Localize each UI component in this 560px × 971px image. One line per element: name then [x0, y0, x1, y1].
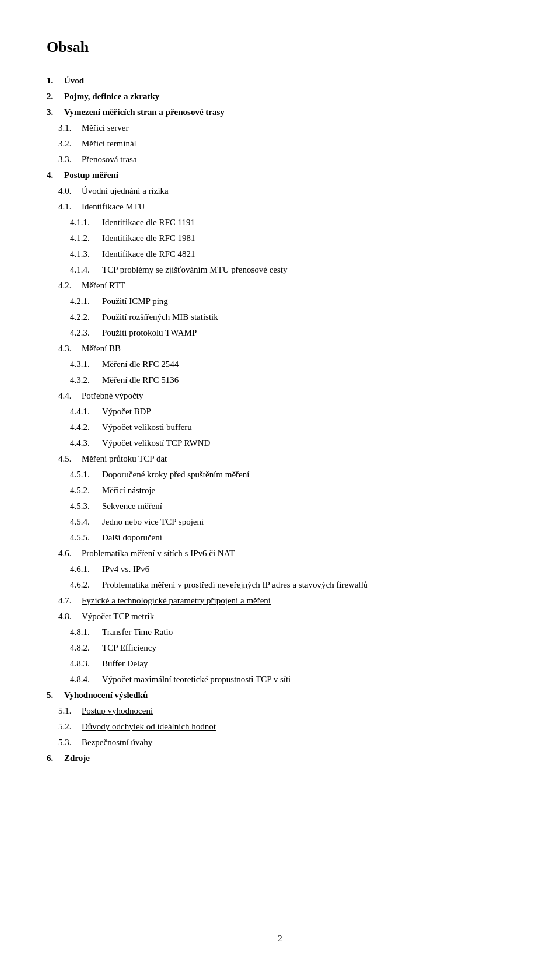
toc-number: 4.5.4.: [47, 515, 102, 529]
toc-number: 4.4.1.: [47, 404, 102, 418]
list-item: 4.5.3.Sekvence měření: [47, 499, 513, 513]
list-item: 4.5.1.Doporučené kroky před spuštěním mě…: [47, 467, 513, 481]
toc-text: Použití ICMP ping: [102, 294, 168, 308]
toc-number: 4.: [47, 168, 64, 182]
toc-text: Měřicí terminál: [82, 137, 136, 151]
toc-number: 4.8.1.: [47, 625, 102, 639]
toc-text: Problematika měření v sítích s IPv6 či N…: [82, 546, 235, 560]
toc-number: 5.2.: [47, 719, 82, 734]
list-item: 4.6.Problematika měření v sítích s IPv6 …: [47, 546, 513, 560]
toc-text: Identifikace dle RFC 1981: [102, 231, 195, 245]
toc-number: 1.: [47, 74, 64, 88]
list-item: 4.1.3.Identifikace dle RFC 4821: [47, 247, 513, 261]
toc-number: 4.2.2.: [47, 310, 102, 324]
toc-text: Doporučené kroky před spuštěním měření: [102, 467, 249, 481]
toc-number: 4.1.3.: [47, 247, 102, 261]
list-item: 4.5.2.Měřicí nástroje: [47, 483, 513, 497]
toc-number: 3.3.: [47, 152, 82, 166]
list-item: 4.1.Identifikace MTU: [47, 200, 513, 214]
toc-text: Úvod: [64, 74, 84, 88]
list-item: 4.5.4.Jedno nebo více TCP spojení: [47, 515, 513, 529]
list-item: 4.Postup měření: [47, 168, 513, 182]
toc-text: Přenosová trasa: [82, 152, 137, 166]
toc-number: 4.3.2.: [47, 373, 102, 387]
toc-text: Výpočet maximální teoretické propustnost…: [102, 672, 290, 686]
list-item: 5.1.Postup vyhodnocení: [47, 704, 513, 718]
toc-text: Měření dle RFC 2544: [102, 357, 178, 371]
list-item: 4.3.Měření BB: [47, 341, 513, 355]
toc-text: Sekvence měření: [102, 499, 162, 513]
toc-text: Použití protokolu TWAMP: [102, 326, 197, 340]
toc-text: TCP Efficiency: [102, 641, 156, 655]
toc-text: Pojmy, definice a zkratky: [64, 89, 159, 103]
list-item: 4.2.1.Použití ICMP ping: [47, 294, 513, 308]
toc-text: Potřebné výpočty: [82, 389, 143, 403]
list-item: 4.1.2.Identifikace dle RFC 1981: [47, 231, 513, 245]
list-item: 4.8.1.Transfer Time Ratio: [47, 625, 513, 639]
toc-number: 4.5.: [47, 452, 82, 466]
list-item: 4.6.2.Problematika měření v prostředí ne…: [47, 578, 513, 592]
toc-number: 4.8.2.: [47, 641, 102, 655]
list-item: 5.Vyhodnocení výsledků: [47, 688, 513, 702]
toc-text: Vyhodnocení výsledků: [64, 688, 148, 702]
toc-text: Problematika měření v prostředí neveřejn…: [102, 578, 368, 592]
toc-text: Další doporučení: [102, 530, 162, 544]
toc-number: 3.1.: [47, 121, 82, 135]
list-item: 1.Úvod: [47, 74, 513, 88]
list-item: 6.Zdroje: [47, 751, 513, 765]
toc-number: 5.: [47, 688, 64, 702]
list-item: 4.0.Úvodní ujednání a rizika: [47, 184, 513, 198]
list-item: 4.2.Měření RTT: [47, 278, 513, 292]
toc-list: 1.Úvod2.Pojmy, definice a zkratky3.Vymez…: [47, 74, 513, 765]
toc-number: 4.1.1.: [47, 215, 102, 229]
list-item: 4.4.2.Výpočet velikosti bufferu: [47, 420, 513, 434]
list-item: 4.4.Potřebné výpočty: [47, 389, 513, 403]
list-item: 4.8.3.Buffer Delay: [47, 656, 513, 670]
toc-number: 4.5.5.: [47, 530, 102, 544]
toc-number: 4.2.: [47, 278, 82, 292]
list-item: 3.1.Měřicí server: [47, 121, 513, 135]
list-item: 5.3.Bezpečnostní úvahy: [47, 735, 513, 749]
toc-text: Buffer Delay: [102, 656, 148, 670]
list-item: 4.4.1.Výpočet BDP: [47, 404, 513, 418]
toc-text: Měřicí nástroje: [102, 483, 155, 497]
toc-number: 3.2.: [47, 137, 82, 151]
toc-text: Měření průtoku TCP dat: [82, 452, 167, 466]
toc-number: 4.3.: [47, 341, 82, 355]
toc-text: TCP problémy se zjišťováním MTU přenosov…: [102, 263, 287, 277]
toc-text: Výpočet TCP metrik: [82, 609, 154, 623]
toc-number: 4.5.3.: [47, 499, 102, 513]
toc-number: 4.4.3.: [47, 436, 102, 450]
toc-text: Postup měření: [64, 168, 118, 182]
toc-text: Výpočet velikosti bufferu: [102, 420, 192, 434]
toc-number: 4.0.: [47, 184, 82, 198]
toc-number: 6.: [47, 751, 64, 765]
list-item: 4.3.1.Měření dle RFC 2544: [47, 357, 513, 371]
toc-text: Zdroje: [64, 751, 90, 765]
toc-number: 4.6.: [47, 546, 82, 560]
toc-number: 4.2.3.: [47, 326, 102, 340]
toc-text: Identifikace dle RFC 1191: [102, 215, 195, 229]
list-item: 5.2.Důvody odchylek od ideálních hodnot: [47, 719, 513, 734]
toc-text: Měření RTT: [82, 278, 125, 292]
toc-text: Transfer Time Ratio: [102, 625, 173, 639]
list-item: 4.5.Měření průtoku TCP dat: [47, 452, 513, 466]
toc-number: 4.3.1.: [47, 357, 102, 371]
toc-text: Vymezení měřicích stran a přenosové tras…: [64, 105, 225, 119]
list-item: 4.1.4.TCP problémy se zjišťováním MTU př…: [47, 263, 513, 277]
list-item: 4.4.3.Výpočet velikostí TCP RWND: [47, 436, 513, 450]
toc-number: 4.6.2.: [47, 578, 102, 592]
toc-number: 3.: [47, 105, 64, 119]
list-item: 4.8.2.TCP Efficiency: [47, 641, 513, 655]
toc-number: 4.1.2.: [47, 231, 102, 245]
list-item: 3.2.Měřicí terminál: [47, 137, 513, 151]
list-item: 4.3.2.Měření dle RFC 5136: [47, 373, 513, 387]
toc-text: Úvodní ujednání a rizika: [82, 184, 169, 198]
toc-text: Postup vyhodnocení: [82, 704, 153, 718]
toc-number: 4.7.: [47, 593, 82, 607]
toc-number: 4.8.: [47, 609, 82, 623]
toc-text: Měření BB: [82, 341, 121, 355]
toc-number: 4.5.2.: [47, 483, 102, 497]
list-item: 4.2.2.Použití rozšířených MIB statistik: [47, 310, 513, 324]
toc-number: 4.8.3.: [47, 656, 102, 670]
